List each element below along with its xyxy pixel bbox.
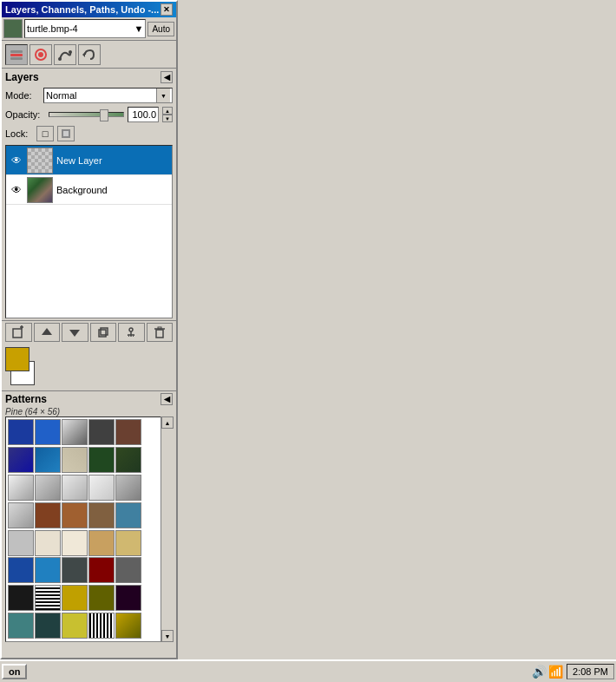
pattern-cell[interactable] <box>62 447 88 473</box>
move-layer-down-button[interactable] <box>62 323 88 342</box>
pattern-cell[interactable] <box>115 502 141 528</box>
lock-pixels-button[interactable] <box>57 126 75 141</box>
pattern-cell[interactable] <box>62 613 88 639</box>
opacity-label: Opacity: <box>5 109 45 120</box>
pattern-cell[interactable] <box>88 613 115 639</box>
svg-marker-13 <box>42 328 52 335</box>
layers-label: Layers <box>5 71 39 83</box>
layers-section-header: Layers ◀ <box>2 69 176 86</box>
color-swatches <box>2 344 176 389</box>
title-bar: Layers, Channels, Paths, Undo -... ✕ <box>2 2 176 17</box>
layer-item-new-layer[interactable]: 👁 New Layer <box>6 146 172 175</box>
pattern-cell[interactable] <box>88 419 115 445</box>
patterns-scrollbar: ▲ ▼ <box>161 416 173 642</box>
svg-point-6 <box>69 50 72 54</box>
pattern-cell[interactable] <box>35 502 61 528</box>
opacity-slider[interactable] <box>49 112 124 117</box>
pattern-cell[interactable] <box>8 475 34 501</box>
pattern-cell[interactable] <box>35 447 61 473</box>
pattern-cell[interactable] <box>8 419 34 445</box>
pattern-cell[interactable] <box>88 585 115 611</box>
auto-button[interactable]: Auto <box>147 22 174 36</box>
system-clock: 2:08 PM <box>567 664 614 679</box>
pattern-cell[interactable] <box>88 502 115 528</box>
pattern-cell[interactable] <box>88 557 115 583</box>
svg-rect-10 <box>13 329 22 338</box>
pattern-cell[interactable] <box>62 475 88 501</box>
duplicate-layer-button[interactable] <box>90 323 117 342</box>
svg-rect-0 <box>10 50 23 53</box>
patterns-collapse-button[interactable]: ◀ <box>161 393 173 405</box>
layers-list[interactable]: 👁 New Layer 👁 Background <box>5 145 173 318</box>
move-layer-up-button[interactable] <box>34 323 61 342</box>
image-select-dropdown[interactable]: turtle.bmp-4 ▼ <box>24 19 146 38</box>
pattern-cell[interactable] <box>115 447 141 473</box>
pattern-cell[interactable] <box>62 502 88 528</box>
pattern-cell[interactable] <box>62 419 88 445</box>
layer-item-background[interactable]: 👁 Background <box>6 175 172 205</box>
layers-collapse-button[interactable]: ◀ <box>161 71 173 83</box>
pattern-cell[interactable] <box>88 447 115 473</box>
new-layer-button[interactable] <box>5 323 32 342</box>
pattern-cell[interactable] <box>35 557 61 583</box>
pattern-cell[interactable] <box>35 475 61 501</box>
channels-tab-button[interactable] <box>29 44 52 65</box>
pattern-cell[interactable] <box>35 613 61 639</box>
pattern-cell[interactable] <box>35 530 61 556</box>
mode-dropdown-arrow-icon: ▼ <box>156 89 170 102</box>
patterns-label: Patterns <box>5 393 47 405</box>
lock-row: Lock: □ <box>2 124 176 143</box>
svg-rect-2 <box>10 57 23 60</box>
image-thumbnail <box>3 19 23 38</box>
svg-point-4 <box>38 52 43 57</box>
mode-row: Mode: Normal ▼ <box>2 86 176 105</box>
start-button[interactable]: on <box>2 664 27 679</box>
close-button[interactable]: ✕ <box>161 3 173 16</box>
pattern-cell[interactable] <box>8 557 34 583</box>
scroll-down-button[interactable]: ▼ <box>161 630 174 642</box>
pattern-cell[interactable] <box>88 475 115 501</box>
pattern-cell[interactable] <box>8 447 34 473</box>
pattern-cell[interactable] <box>8 502 34 528</box>
layer-visibility-icon[interactable]: 👁 <box>8 152 25 169</box>
delete-layer-button[interactable] <box>147 323 174 342</box>
pattern-cell[interactable] <box>8 613 34 639</box>
opacity-increment-button[interactable]: ▲ <box>162 107 173 115</box>
anchor-layer-button[interactable] <box>118 323 145 342</box>
lock-transparent-button[interactable]: □ <box>36 126 54 141</box>
layer-thumbnail-background <box>27 177 53 203</box>
layer-visibility-icon-bg[interactable]: 👁 <box>8 181 25 199</box>
pattern-cell[interactable] <box>62 530 88 556</box>
opacity-thumb[interactable] <box>100 109 108 121</box>
pattern-cell[interactable] <box>8 585 34 611</box>
pattern-cell[interactable] <box>115 585 141 611</box>
pattern-cell[interactable] <box>115 419 141 445</box>
patterns-section-header: Patterns ◀ <box>2 390 176 407</box>
undo-tab-button[interactable] <box>78 44 101 65</box>
mode-label: Mode: <box>5 90 40 101</box>
pattern-cell[interactable] <box>115 530 141 556</box>
pattern-cell[interactable] <box>115 557 141 583</box>
layer-name-new-layer: New Layer <box>55 155 170 166</box>
window-title: Layers, Channels, Paths, Undo -... <box>5 4 159 15</box>
patterns-grid[interactable] <box>5 416 173 642</box>
tray-icon-2: 📶 <box>548 665 563 679</box>
svg-point-5 <box>58 57 62 61</box>
pattern-cell[interactable] <box>115 475 141 501</box>
paths-tab-button[interactable] <box>54 44 76 65</box>
svg-rect-1 <box>10 54 23 56</box>
toolbar <box>2 41 176 69</box>
foreground-color-swatch[interactable] <box>5 347 29 371</box>
opacity-value: 100.0 <box>128 107 159 122</box>
scroll-up-button[interactable]: ▲ <box>161 416 174 429</box>
pattern-cell[interactable] <box>115 613 141 639</box>
pattern-cell[interactable] <box>62 557 88 583</box>
opacity-decrement-button[interactable]: ▼ <box>162 115 173 122</box>
layers-tab-button[interactable] <box>5 44 28 65</box>
pattern-cell[interactable] <box>62 585 88 611</box>
pattern-cell[interactable] <box>88 530 115 556</box>
pattern-cell[interactable] <box>8 530 34 556</box>
mode-dropdown[interactable]: Normal ▼ <box>43 88 173 103</box>
pattern-cell[interactable] <box>35 419 61 445</box>
pattern-cell[interactable] <box>35 585 61 611</box>
